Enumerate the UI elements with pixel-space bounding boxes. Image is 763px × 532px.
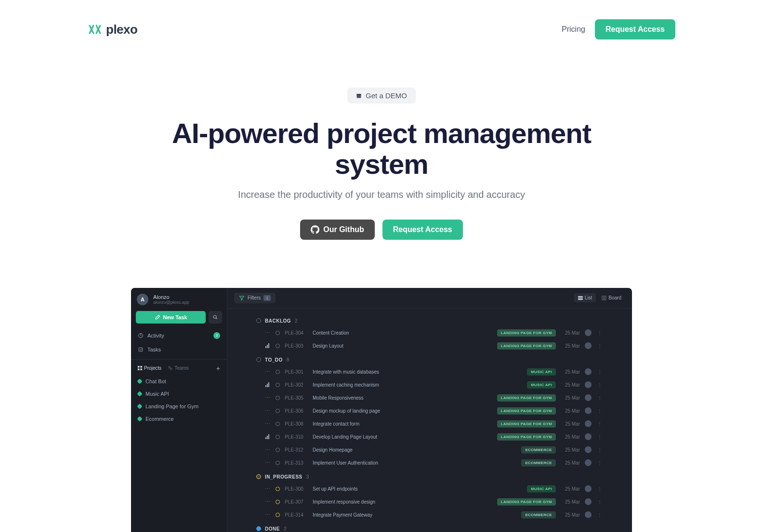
task-row[interactable]: ⋯PLE-300Set up API endpointsMUSIC API25 … — [256, 482, 603, 495]
task-title: Design Homepage — [313, 447, 516, 453]
sidebar-tabs: Projects Teams + — [131, 359, 227, 375]
svg-point-9 — [169, 366, 171, 368]
task-more-button[interactable]: ⋮ — [596, 330, 603, 336]
task-id: PLE-307 — [285, 499, 308, 505]
tab-teams[interactable]: Teams — [168, 365, 188, 371]
task-id: PLE-302 — [285, 382, 308, 388]
section-count: 2 — [284, 526, 287, 532]
task-row[interactable]: ⋯PLE-304Content CreationLANDING PAGE FOR… — [256, 326, 603, 339]
task-tag: LANDING PAGE FOR GYM — [497, 342, 556, 350]
section-header-todo[interactable]: TO_DO8 — [256, 352, 603, 365]
project-label: Ecommerce — [145, 416, 174, 422]
nav-pricing[interactable]: Pricing — [562, 25, 585, 34]
task-status-icon — [276, 344, 280, 348]
project-item[interactable]: Chat Bot — [131, 375, 227, 388]
task-id: PLE-306 — [285, 408, 308, 414]
site-header: plexo Pricing Request Access — [88, 0, 675, 49]
svg-rect-12 — [578, 298, 583, 298]
priority-high-icon — [264, 434, 271, 439]
project-label: Music API — [145, 391, 169, 397]
view-list-button[interactable]: List — [574, 293, 596, 302]
task-more-button[interactable]: ⋮ — [596, 408, 603, 414]
teams-icon — [168, 366, 172, 370]
task-more-button[interactable]: ⋮ — [596, 512, 603, 518]
svg-rect-4 — [139, 348, 143, 351]
task-row[interactable]: ⋯PLE-314Integrate Payment GatewayECOMMER… — [256, 508, 603, 521]
logo-text: plexo — [106, 22, 137, 37]
user-email: alonzo@plexo.app — [153, 300, 189, 305]
sidebar-item-activity[interactable]: Activity 3 — [131, 328, 227, 343]
assignee-avatar — [585, 420, 592, 427]
task-tag: ECOMMERCE — [521, 511, 556, 519]
svg-point-10 — [171, 368, 172, 370]
avatar: A — [137, 294, 148, 305]
task-more-button[interactable]: ⋮ — [596, 395, 603, 401]
task-id: PLE-310 — [285, 434, 308, 440]
task-row[interactable]: ⋯PLE-308Integrate contact formLANDING PA… — [256, 417, 603, 430]
sidebar-search-button[interactable] — [209, 311, 222, 324]
list-icon — [578, 296, 583, 300]
section-header-done[interactable]: DONE2 — [256, 521, 603, 532]
assignee-avatar — [585, 485, 592, 492]
task-more-button[interactable]: ⋮ — [596, 369, 603, 375]
priority-icon: ⋯ — [264, 499, 271, 505]
task-more-button[interactable]: ⋮ — [596, 499, 603, 505]
add-project-button[interactable]: + — [216, 364, 220, 372]
section-header-backlog[interactable]: BACKLOG2 — [256, 313, 603, 326]
task-id: PLE-301 — [285, 369, 308, 375]
nav-request-access-button[interactable]: Request Access — [595, 19, 675, 39]
new-task-button[interactable]: New Task — [136, 311, 206, 324]
task-row[interactable]: ⋯PLE-313Implement User AuthenticationECO… — [256, 456, 603, 469]
task-more-button[interactable]: ⋮ — [596, 460, 603, 466]
task-more-button[interactable]: ⋮ — [596, 434, 603, 440]
task-more-button[interactable]: ⋮ — [596, 486, 603, 492]
task-title: Implement User Authentication — [313, 460, 516, 466]
task-row[interactable]: ⋯PLE-306Design mockup of landing pageLAN… — [256, 404, 603, 417]
user-block[interactable]: A Alonzo alonzo@plexo.app — [131, 288, 227, 311]
task-row[interactable]: ⋯PLE-305Mobile ResponsivenessLANDING PAG… — [256, 391, 603, 404]
task-date: 25 Mar — [561, 434, 580, 440]
demo-pill[interactable]: Get a DEMO — [347, 88, 416, 104]
task-date: 25 Mar — [561, 330, 580, 336]
project-item[interactable]: Music API — [131, 388, 227, 400]
project-item[interactable]: Landing Page for Gym — [131, 400, 227, 413]
search-icon — [212, 314, 218, 320]
task-row[interactable]: PLE-303Design LayoutLANDING PAGE FOR GYM… — [256, 339, 603, 352]
task-row[interactable]: ⋯PLE-301Integrate with music databasesMU… — [256, 365, 603, 378]
task-tag: LANDING PAGE FOR GYM — [497, 407, 556, 415]
logo[interactable]: plexo — [88, 22, 137, 37]
view-board-label: Board — [608, 295, 621, 300]
assignee-avatar — [585, 511, 592, 518]
task-status-icon — [276, 435, 280, 439]
task-row[interactable]: ⋯PLE-312Design HomepageECOMMERCE25 Mar⋮ — [256, 443, 603, 456]
view-board-button[interactable]: Board — [598, 293, 625, 302]
task-more-button[interactable]: ⋮ — [596, 421, 603, 427]
priority-icon: ⋯ — [264, 369, 271, 375]
section-label: IN_PROGRESS — [265, 474, 303, 480]
assignee-avatar — [585, 459, 592, 466]
task-tag: LANDING PAGE FOR GYM — [497, 420, 556, 428]
sidebar-item-tasks[interactable]: Tasks — [131, 343, 227, 356]
project-item[interactable]: Ecommerce — [131, 413, 227, 425]
task-row[interactable]: PLE-310Develop Landing Page LayoutLANDIN… — [256, 430, 603, 443]
task-id: PLE-305 — [285, 395, 308, 401]
task-status-icon — [276, 331, 280, 335]
task-tag: LANDING PAGE FOR GYM — [497, 498, 556, 506]
section-header-in_progress[interactable]: IN_PROGRESS3 — [256, 469, 603, 482]
github-button-label: Our Github — [323, 225, 364, 234]
assignee-avatar — [585, 407, 592, 414]
task-row[interactable]: PLE-302Implement caching mechanismMUSIC … — [256, 378, 603, 391]
task-date: 25 Mar — [561, 369, 580, 375]
hero: Get a DEMO AI-powered project management… — [88, 49, 675, 264]
task-row[interactable]: ⋯PLE-307Implement responsive designLANDI… — [256, 495, 603, 508]
hero-request-access-button[interactable]: Request Access — [382, 220, 463, 240]
task-more-button[interactable]: ⋮ — [596, 382, 603, 388]
github-button[interactable]: Our Github — [300, 220, 374, 240]
filters-button[interactable]: Filters 1 — [234, 293, 276, 303]
tab-projects[interactable]: Projects — [138, 365, 161, 371]
project-dot-icon — [137, 416, 142, 421]
task-more-button[interactable]: ⋮ — [596, 447, 603, 453]
task-date: 25 Mar — [561, 408, 580, 414]
task-title: Mobile Responsiveness — [313, 395, 492, 401]
task-more-button[interactable]: ⋮ — [596, 343, 603, 349]
